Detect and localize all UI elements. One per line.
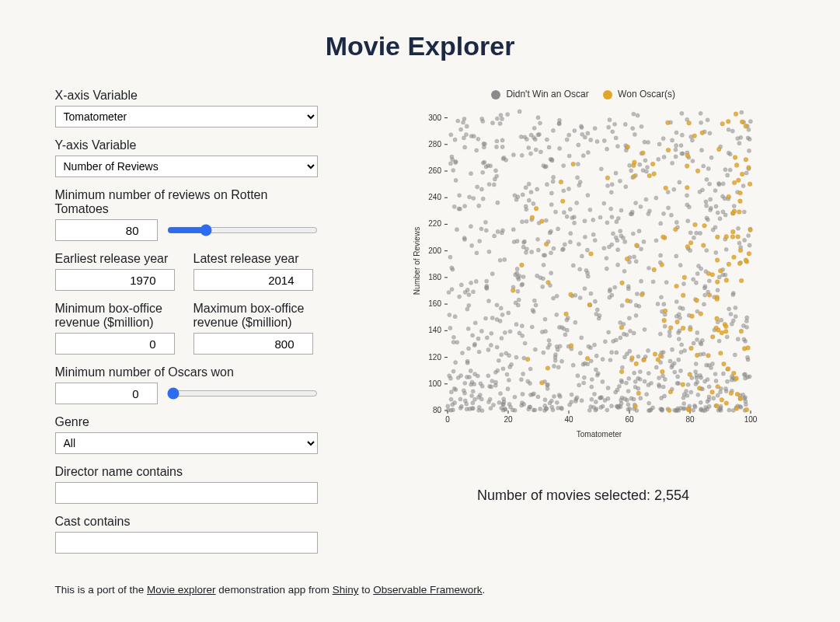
min-box-input[interactable]	[55, 333, 175, 355]
svg-point-520	[500, 367, 504, 371]
svg-point-437	[459, 283, 463, 287]
scatter-plot[interactable]: 0204060801008010012014016018020022024026…	[409, 107, 758, 445]
svg-point-135	[465, 124, 469, 128]
svg-point-96	[600, 357, 604, 361]
svg-point-964	[694, 231, 698, 235]
svg-point-886	[706, 395, 710, 399]
svg-point-966	[520, 220, 524, 224]
svg-point-527	[559, 406, 563, 410]
svg-point-363	[691, 341, 695, 345]
link-shiny[interactable]: Shiny	[333, 584, 359, 596]
svg-point-148	[466, 327, 470, 330]
cast-input[interactable]	[55, 532, 318, 554]
svg-point-662	[519, 283, 523, 287]
director-input[interactable]	[55, 482, 318, 504]
svg-point-978	[462, 236, 466, 240]
svg-point-524	[495, 369, 499, 372]
svg-point-775	[590, 377, 594, 381]
svg-point-1119	[699, 312, 703, 316]
min-oscars-number[interactable]	[55, 383, 158, 404]
svg-point-848	[552, 364, 556, 368]
svg-point-1090	[745, 346, 750, 351]
min-reviews-number[interactable]	[55, 219, 158, 241]
svg-point-560	[670, 161, 674, 165]
svg-point-175	[466, 303, 470, 307]
svg-point-666	[673, 155, 677, 159]
svg-point-677	[568, 232, 572, 236]
xaxis-select[interactable]: Tomatometer	[55, 106, 318, 128]
svg-point-538	[661, 385, 665, 389]
min-reviews-label: Minimum number of reviews on Rotten Toma…	[55, 188, 319, 216]
genre-select[interactable]: All	[55, 432, 318, 454]
svg-point-1072	[718, 351, 723, 356]
svg-point-862	[515, 289, 519, 293]
svg-point-690	[569, 400, 573, 404]
svg-point-486	[631, 232, 635, 236]
svg-point-791	[661, 137, 665, 141]
svg-point-118	[569, 393, 573, 397]
svg-point-667	[638, 397, 642, 400]
svg-point-736	[605, 386, 609, 390]
svg-point-1155	[625, 257, 629, 261]
svg-point-823	[478, 382, 482, 386]
min-reviews-slider[interactable]	[167, 224, 318, 236]
svg-point-116	[581, 381, 585, 385]
svg-point-800	[498, 114, 502, 117]
svg-point-815	[575, 374, 579, 378]
svg-point-631	[452, 400, 456, 404]
svg-point-1132	[658, 354, 663, 358]
svg-point-238	[695, 330, 699, 334]
svg-point-790	[480, 119, 484, 123]
link-observable[interactable]: Observable Framework	[373, 584, 482, 596]
yaxis-select[interactable]: Number of Reviews	[55, 156, 318, 177]
svg-point-1040	[651, 172, 656, 176]
svg-point-1147	[715, 235, 720, 239]
svg-point-1157	[559, 180, 563, 184]
svg-point-727	[488, 397, 492, 401]
svg-point-829	[716, 183, 720, 187]
max-box-input[interactable]	[193, 333, 313, 355]
svg-point-863	[472, 135, 476, 138]
svg-point-449	[551, 296, 555, 300]
svg-point-771	[748, 137, 751, 141]
svg-point-786	[545, 138, 549, 142]
min-oscars-slider[interactable]	[167, 387, 318, 400]
svg-point-1057	[631, 174, 636, 179]
svg-point-1069	[685, 244, 690, 249]
svg-point-400	[622, 269, 626, 273]
svg-point-701	[594, 139, 598, 143]
svg-point-1113	[744, 407, 749, 412]
svg-point-638	[470, 334, 474, 337]
svg-point-889	[566, 187, 570, 190]
svg-point-1120	[715, 258, 720, 263]
svg-point-806	[578, 351, 582, 355]
svg-point-816	[636, 386, 640, 390]
svg-point-332	[619, 379, 622, 383]
svg-point-1170	[568, 292, 573, 297]
svg-point-281	[566, 133, 570, 137]
svg-point-180	[589, 359, 593, 363]
svg-point-670	[702, 285, 706, 288]
latest-year-input[interactable]	[193, 269, 313, 291]
svg-point-393	[699, 400, 702, 404]
svg-text:60: 60	[625, 415, 634, 424]
svg-point-593	[576, 143, 580, 147]
svg-point-973	[450, 158, 454, 162]
svg-point-664	[469, 380, 473, 384]
svg-point-137	[676, 358, 680, 362]
svg-point-333	[471, 290, 475, 294]
svg-point-793	[531, 201, 535, 205]
svg-point-430	[608, 207, 612, 211]
svg-point-320	[493, 169, 497, 173]
svg-point-47	[643, 197, 647, 201]
svg-point-474	[498, 258, 502, 262]
earliest-year-input[interactable]	[55, 269, 175, 291]
svg-point-1106	[685, 164, 689, 169]
svg-point-85	[591, 232, 595, 236]
link-movie-explorer[interactable]: Movie explorer	[147, 584, 216, 596]
svg-point-1045	[709, 390, 714, 395]
svg-point-737	[500, 138, 504, 142]
svg-point-388	[448, 326, 451, 330]
svg-point-439	[651, 280, 655, 284]
svg-point-122	[526, 145, 530, 149]
